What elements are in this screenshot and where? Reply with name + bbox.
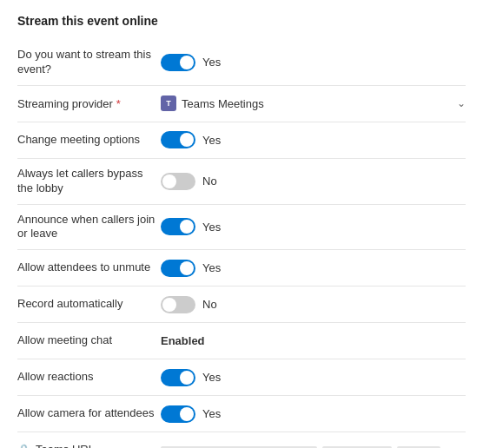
allow-chat-status: Enabled <box>161 334 205 347</box>
streaming-provider-label: Streaming provider * <box>17 97 161 110</box>
announce-callers-row: Announce when callers join or leave Yes <box>17 205 466 251</box>
allow-unmute-toggle[interactable] <box>161 260 195 277</box>
provider-dropdown-chevron[interactable]: ⌄ <box>457 97 466 109</box>
allow-reactions-label: Allow reactions <box>17 370 161 385</box>
change-meeting-options-value: Yes <box>161 131 466 148</box>
record-auto-row: Record automatically No <box>17 287 466 323</box>
teams-url-row: 🔒 Teams URL <box>17 432 466 448</box>
announce-callers-value: Yes <box>161 218 466 235</box>
teams-url-label: 🔒 Teams URL <box>17 443 161 448</box>
stream-toggle-row: Do you want to stream this event? Yes <box>17 40 466 86</box>
allow-reactions-row: Allow reactions Yes <box>17 359 466 396</box>
allow-unmute-row: Allow attendees to unmute Yes <box>17 250 466 287</box>
allow-camera-row: Allow camera for attendees Yes <box>17 396 466 432</box>
change-meeting-options-label: Change meeting options <box>17 133 161 148</box>
allow-camera-value: Yes <box>161 405 466 423</box>
announce-callers-toggle[interactable] <box>161 218 195 235</box>
change-meeting-options-text: Yes <box>202 134 221 147</box>
allow-unmute-text: Yes <box>202 261 221 274</box>
provider-name-container: T Teams Meetings <box>161 96 264 111</box>
change-meeting-options-row: Change meeting options Yes <box>17 122 466 159</box>
announce-callers-text: Yes <box>202 221 221 234</box>
bypass-lobby-text: No <box>202 175 217 188</box>
allow-camera-text: Yes <box>202 407 221 420</box>
teams-meetings-label: Teams Meetings <box>182 97 264 110</box>
stream-toggle-value: Yes <box>161 54 466 71</box>
allow-camera-label: Allow camera for attendees <box>17 406 161 421</box>
allow-chat-label: Allow meeting chat <box>17 333 161 348</box>
teams-url-lock-icon: 🔒 <box>17 444 30 448</box>
allow-reactions-toggle[interactable] <box>161 369 195 386</box>
record-auto-text: No <box>202 298 217 311</box>
stream-toggle[interactable] <box>161 54 195 71</box>
teams-icon: T <box>161 96 176 111</box>
bypass-lobby-row: Always let callers bypass the lobby No <box>17 159 466 205</box>
bypass-lobby-toggle[interactable] <box>161 173 195 190</box>
record-auto-toggle[interactable] <box>161 296 195 313</box>
streaming-provider-value: T Teams Meetings ⌄ <box>161 96 466 111</box>
allow-camera-toggle[interactable] <box>161 405 195 423</box>
bypass-lobby-label: Always let callers bypass the lobby <box>17 167 161 196</box>
record-auto-value: No <box>161 296 466 313</box>
streaming-provider-row: Streaming provider * T Teams Meetings ⌄ <box>17 86 466 122</box>
bypass-lobby-value: No <box>161 173 466 190</box>
stream-toggle-text: Yes <box>202 56 221 69</box>
allow-unmute-value: Yes <box>161 260 466 277</box>
change-meeting-options-toggle[interactable] <box>161 131 195 148</box>
announce-callers-label: Announce when callers join or leave <box>17 213 161 242</box>
allow-unmute-label: Allow attendees to unmute <box>17 260 161 275</box>
allow-chat-value: Enabled <box>161 334 466 347</box>
required-star: * <box>116 97 121 110</box>
allow-reactions-text: Yes <box>202 371 221 384</box>
stream-toggle-label: Do you want to stream this event? <box>17 48 161 77</box>
allow-reactions-value: Yes <box>161 369 466 386</box>
allow-chat-row: Allow meeting chat Enabled <box>17 323 466 359</box>
stream-online-panel: Stream this event online Do you want to … <box>0 0 483 448</box>
section-title: Stream this event online <box>17 14 466 28</box>
record-auto-label: Record automatically <box>17 297 161 312</box>
